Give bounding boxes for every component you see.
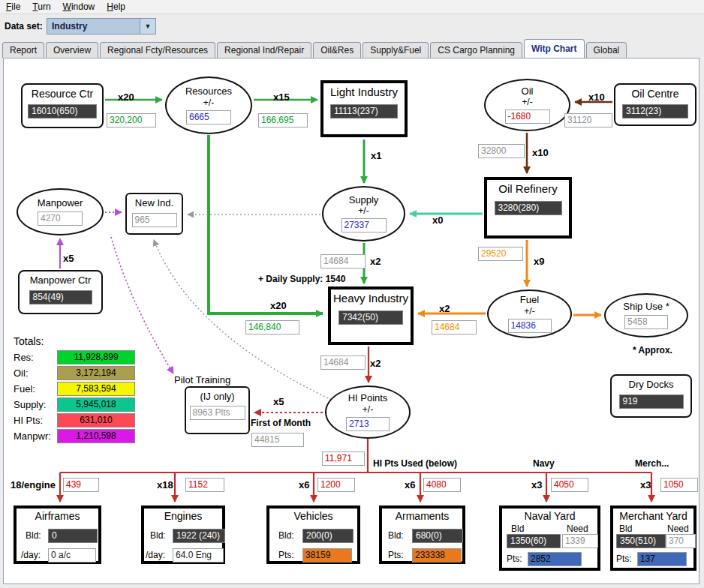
factory-title: Engines: [144, 510, 222, 522]
node-sub: +/-: [358, 206, 369, 216]
node-resources: Resources +/- 6665: [165, 76, 252, 134]
flow-value: 320,200: [107, 113, 156, 128]
factory-merchant-yard: Merchant Yard Bld Need 350(510) 370 Pts:…: [610, 506, 696, 571]
flow-mult: x3: [640, 479, 651, 490]
app-window: File Turn Window Help Data set: Industry…: [0, 0, 704, 588]
pts-value: 137: [637, 552, 687, 566]
node-ship-use: Ship Use * 5458: [604, 293, 688, 338]
factory-title: Airframes: [17, 510, 98, 522]
flow-mult: x2: [370, 256, 381, 267]
node-value: 3112(23): [622, 104, 688, 118]
node-dry-docks: Dry Docks 919: [610, 374, 692, 418]
bld-value: 680(0): [412, 529, 463, 543]
menu-window[interactable]: Window: [57, 1, 101, 13]
menu-help[interactable]: Help: [101, 1, 131, 13]
perday-value: 64.0 Eng: [173, 548, 224, 562]
flow-value: 14684: [432, 320, 477, 334]
node-title: Dry Docks: [629, 380, 674, 390]
node-title: Fuel: [520, 295, 539, 305]
factory-title: Vehicles: [269, 510, 357, 522]
tab-regional-ind-repair[interactable]: Regional Ind/Repair: [217, 42, 311, 58]
node-manpower: Manpower 4270: [17, 188, 104, 236]
pts-label: Pts:: [507, 554, 522, 564]
node-value: 11113(237): [330, 104, 398, 118]
totals-label-supply: Supply:: [14, 399, 46, 410]
need-header: Need: [667, 524, 689, 534]
tab-supply-fuel[interactable]: Supply&Fuel: [363, 42, 429, 58]
dataset-label: Data set:: [5, 21, 43, 32]
tab-regional-fcty-resources[interactable]: Regional Fcty/Resources: [100, 42, 215, 58]
totals-label-oil: Oil:: [14, 368, 29, 379]
factory-engines: Engines Bld: 1922 (240) /day: 64.0 Eng: [141, 506, 225, 564]
node-sub: +/-: [203, 98, 214, 108]
need-value: 1339: [562, 534, 598, 548]
dataset-select[interactable]: Industry ▼: [47, 18, 156, 34]
menu-turn[interactable]: Turn: [26, 1, 56, 13]
node-title: Manpower: [38, 198, 83, 208]
flow-value: 32800: [478, 144, 525, 158]
tab-cs-cargo-planning[interactable]: CS Cargo Planning: [430, 42, 522, 58]
node-oil-refinery: Oil Refinery 3280(280): [484, 177, 572, 238]
flow-value: 29520: [478, 247, 523, 261]
dropdown-arrow-icon[interactable]: ▼: [140, 19, 155, 34]
perday-value: 0 a/c: [48, 548, 96, 562]
node-sub: +/-: [522, 97, 532, 107]
totals-title: Totals:: [14, 335, 44, 347]
daily-supply-note: + Daily Supply: 1540: [258, 274, 345, 284]
totals-label-hipts: HI Pts:: [14, 415, 43, 426]
bld-header: Bld: [619, 524, 632, 534]
node-title: Ship Use *: [623, 302, 669, 312]
hi-pts-used-note: HI Pts Used (below): [373, 458, 457, 469]
tab-report[interactable]: Report: [2, 42, 44, 58]
bld-label: Bld:: [388, 530, 404, 541]
node-value: 16010(650): [28, 104, 97, 118]
flow-mult: x2: [370, 358, 381, 369]
node-supply: Supply +/- 27337: [322, 186, 405, 242]
node-title: Oil: [522, 86, 534, 97]
pts-label: Pts:: [388, 550, 404, 560]
flow-mult: x1: [371, 150, 381, 161]
need-header: Need: [567, 524, 588, 534]
factory-airframes: Airframes Bld: 0 /day: 0 a/c: [14, 506, 101, 564]
bld-label: Bld:: [150, 530, 166, 541]
node-value: 965: [132, 213, 177, 227]
node-hi-points: HI Points +/- 2713: [325, 386, 411, 439]
node-light-industry: Light Industry 11113(237): [320, 80, 408, 137]
node-value: 3280(280): [495, 201, 562, 215]
totals-value-oil: 3,172,194: [57, 366, 135, 380]
tab-witp-chart[interactable]: Witp Chart: [524, 39, 585, 58]
bld-header: Bld: [511, 524, 524, 534]
node-resource-ctr: Resource Ctr 16010(650): [21, 83, 104, 128]
tab-oil-res[interactable]: Oil&Res: [313, 42, 361, 58]
flow-mult: x6: [405, 479, 415, 490]
bld-value: 200(0): [302, 529, 354, 543]
bld-label: Bld:: [26, 530, 41, 541]
factory-title: Naval Yard: [502, 510, 597, 522]
flow-value: 1200: [317, 478, 355, 492]
dataset-toolbar: Data set: Industry ▼: [0, 14, 704, 39]
flow-mult: x6: [299, 479, 309, 490]
tab-overview[interactable]: Overview: [46, 42, 98, 58]
tab-global[interactable]: Global: [586, 42, 627, 58]
flow-mult: x18: [157, 479, 173, 490]
pts-value: 2852: [528, 552, 582, 566]
flow-mult: x2: [439, 303, 450, 314]
factory-vehicles: Vehicles Bld: 200(0) Pts: 38159: [266, 506, 360, 564]
node-sub: +/-: [363, 404, 373, 415]
bld-value: 1922 (240): [173, 529, 225, 543]
factory-naval-yard: Naval Yard Bld Need 1350(60) 1339 Pts: 2…: [499, 506, 600, 571]
node-value: 4270: [38, 212, 83, 226]
node-pilot-training: (IJ only) 8963 Plts: [185, 386, 250, 434]
node-value: 6665: [186, 110, 231, 124]
node-value: 5458: [624, 315, 668, 329]
flow-value: 14684: [320, 356, 366, 370]
node-value: 27337: [341, 218, 387, 232]
node-title: Resource Ctr: [32, 88, 93, 100]
pilot-training-title: Pilot Training: [174, 375, 230, 386]
first-of-month-note: First of Month: [251, 418, 311, 428]
flow-mult: x20: [118, 92, 134, 103]
totals-label-res: Res:: [14, 352, 34, 363]
flow-mult: x5: [63, 253, 74, 264]
totals-value-res: 11,928,899: [57, 350, 135, 364]
menu-file[interactable]: File: [0, 1, 26, 13]
